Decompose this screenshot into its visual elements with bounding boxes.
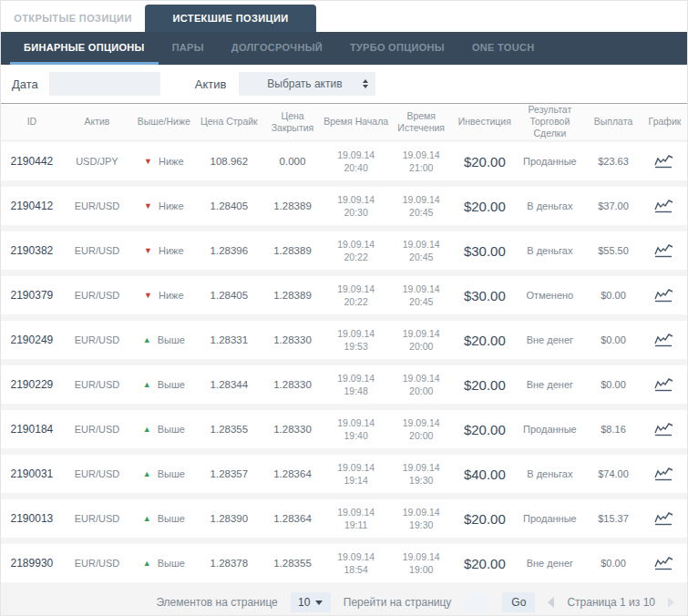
asset: EUR/USD	[63, 379, 131, 391]
nav-item-one-touch[interactable]: ONE TOUCH	[458, 32, 549, 65]
position-id: 2190412	[1, 200, 63, 212]
column-header: Цена Страйк	[197, 116, 262, 128]
table-row: 2190249 EUR/USD ▲ Выше 1.28331 1.28330 1…	[1, 321, 687, 359]
position-id: 2190184	[1, 424, 63, 436]
payout: $15.37	[584, 513, 642, 525]
asset: EUR/USD	[63, 245, 131, 257]
start-time: 19.09.14 19:48	[323, 372, 389, 397]
strike-price: 1.28405	[197, 290, 262, 302]
chart-icon[interactable]	[653, 198, 675, 214]
chart-icon[interactable]	[653, 466, 675, 482]
start-time: 19.09.14 20:22	[323, 238, 389, 263]
next-page-icon[interactable]	[668, 597, 674, 608]
direction-up-icon: ▲	[143, 426, 151, 434]
trade-result: Проданные	[516, 513, 584, 525]
chart-icon[interactable]	[653, 332, 675, 348]
nav-item-binary-options[interactable]: БИНАРНЫЕ ОПЦИОНЫ	[10, 32, 159, 65]
chart-icon[interactable]	[653, 153, 675, 169]
trade-result: В деньгах	[516, 245, 584, 257]
direction-up-icon: ▲	[143, 470, 151, 478]
direction: ▼ Ниже	[131, 156, 197, 168]
close-price: 1.28364	[262, 468, 323, 480]
table-row: 2190382 EUR/USD ▼ Ниже 1.28396 1.28389 1…	[1, 231, 687, 270]
trade-result: Проданные	[516, 156, 584, 168]
close-price: 1.28330	[262, 379, 323, 391]
investment: $20.00	[454, 200, 516, 212]
chart-icon[interactable]	[653, 242, 675, 259]
direction: ▲ Выше	[131, 379, 197, 391]
positions-table: IDАктивВыше/НижеЦена СтрайкЦена Закрытия…	[1, 103, 687, 589]
table-row: 2189930 EUR/USD ▲ Выше 1.28378 1.28355 1…	[1, 544, 687, 582]
direction-label: Выше	[158, 424, 185, 436]
payout: $0.00	[584, 558, 642, 570]
expiry-time: 19.09.14 19:00	[388, 550, 454, 576]
direction-up-icon: ▲	[143, 560, 151, 568]
start-time: 19.09.14 19:40	[323, 416, 389, 442]
start-time: 19.09.14 18:54	[323, 550, 389, 576]
chart-icon[interactable]	[653, 376, 675, 393]
nav-item-pairs[interactable]: ПАРЫ	[159, 32, 218, 65]
payout: $55.50	[584, 245, 642, 257]
investment: $20.00	[454, 156, 516, 168]
asset: EUR/USD	[63, 424, 131, 436]
start-time: 19.09.14 20:22	[323, 282, 389, 308]
expiry-time: 19.09.14 20:45	[388, 282, 454, 308]
trade-result: Вне денег	[516, 379, 584, 391]
start-time: 19.09.14 20:30	[323, 193, 389, 219]
chart-cell	[642, 510, 687, 527]
column-header: Актив	[63, 116, 131, 128]
investment: $20.00	[454, 379, 516, 391]
direction: ▲ Выше	[131, 513, 197, 525]
chevron-down-icon	[315, 601, 323, 605]
items-per-page-select[interactable]: 10	[291, 592, 331, 612]
chart-cell	[642, 376, 687, 393]
column-header: Выплата	[584, 116, 642, 128]
direction: ▼ Ниже	[131, 290, 197, 302]
positions-panel: ОТКРЫТЫЕ ПОЗИЦИИ ИСТЕКШИЕ ПОЗИЦИИ БИНАРН…	[0, 0, 688, 616]
position-id: 2190442	[1, 156, 63, 168]
column-header: Выше/Ниже	[131, 116, 197, 128]
asset: EUR/USD	[63, 513, 131, 525]
items-per-page-label: Элементов на странице	[156, 596, 277, 609]
direction: ▼ Ниже	[131, 200, 197, 212]
start-time: 19.09.14 19:14	[323, 461, 389, 487]
payout: $23.63	[584, 156, 642, 168]
trade-result: Вне денег	[516, 558, 584, 570]
chart-icon[interactable]	[653, 421, 675, 437]
direction-up-icon: ▲	[143, 381, 151, 389]
chart-icon[interactable]	[653, 287, 675, 303]
go-button[interactable]: Go	[502, 592, 535, 612]
nav-item-turbo-options[interactable]: ТУРБО ОПЦИОНЫ	[336, 32, 458, 65]
goto-page-input[interactable]	[464, 592, 489, 612]
direction: ▲ Выше	[131, 468, 197, 480]
strike-price: 1.28378	[197, 558, 262, 570]
chart-cell	[642, 555, 687, 571]
tab-expired-positions[interactable]: ИСТЕКШИЕ ПОЗИЦИИ	[145, 5, 316, 32]
table-row: 2190412 EUR/USD ▼ Ниже 1.28405 1.28389 1…	[1, 187, 687, 225]
strike-price: 1.28405	[197, 200, 262, 212]
investment: $20.00	[454, 558, 516, 570]
chart-cell	[642, 332, 687, 348]
strike-price: 1.28355	[197, 424, 262, 436]
trade-result: Вне денег	[516, 334, 584, 346]
chart-icon[interactable]	[653, 555, 675, 571]
table-row: 2190442 USD/JPY ▼ Ниже 108.962 0.000 19.…	[1, 142, 687, 180]
chart-cell	[642, 466, 687, 482]
close-price: 1.28389	[262, 200, 323, 212]
investment: $20.00	[454, 334, 516, 346]
nav-item-long-term[interactable]: ДОЛГОСРОЧНЫЙ	[218, 32, 336, 65]
asset: USD/JPY	[63, 156, 131, 168]
chart-cell	[642, 421, 687, 437]
asset-select[interactable]: Выбрать актив	[239, 72, 375, 96]
direction-label: Выше	[158, 513, 185, 525]
tab-open-positions[interactable]: ОТКРЫТЫЕ ПОЗИЦИИ	[1, 5, 145, 32]
chart-icon[interactable]	[653, 510, 675, 527]
table-body: 2190442 USD/JPY ▼ Ниже 108.962 0.000 19.…	[1, 142, 687, 589]
date-filter-label: Дата	[12, 77, 38, 91]
sort-arrows-icon	[363, 79, 368, 88]
date-filter-input[interactable]	[49, 72, 160, 96]
pagination-bar: Элементов на странице 10 Перейти на стра…	[1, 589, 687, 616]
previous-page-icon[interactable]	[548, 597, 554, 608]
column-header: Время Истечения	[388, 110, 454, 134]
investment: $40.00	[454, 468, 516, 480]
